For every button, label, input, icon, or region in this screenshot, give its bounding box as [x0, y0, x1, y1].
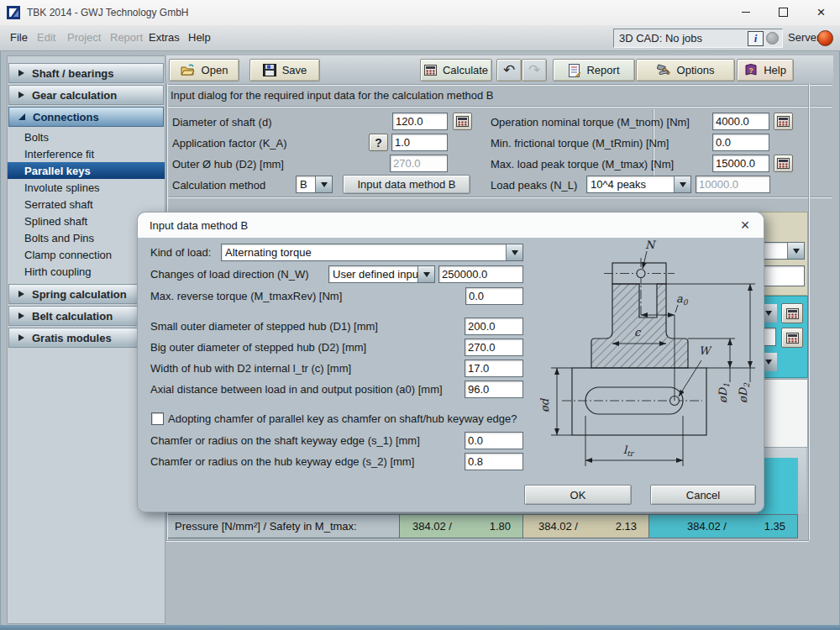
menu-extras[interactable]: Extras — [149, 31, 180, 44]
sidebar-item-serrated-shaft[interactable]: Serrated shaft — [8, 196, 165, 213]
sidebar-item-parallel-keys[interactable]: Parallel keys — [8, 162, 165, 179]
d2-input[interactable] — [465, 339, 523, 356]
background-calc-button[interactable] — [781, 303, 803, 323]
calculator-icon — [786, 308, 799, 319]
kind-of-load-select[interactable]: Alternating torque — [221, 244, 523, 261]
s2-input[interactable] — [465, 453, 523, 470]
nominal-torque-input[interactable] — [712, 113, 769, 130]
calculation-method-label: Calculation method — [172, 179, 265, 192]
frictional-torque-input[interactable] — [712, 134, 769, 151]
d1-input[interactable] — [465, 318, 523, 335]
redo-button[interactable]: ↷ — [522, 59, 547, 81]
background-calc-button[interactable] — [781, 328, 803, 348]
calculator-icon — [786, 333, 799, 344]
sidebar-header-shaft-bearings[interactable]: Shaft / bearings — [8, 63, 164, 83]
results-cell-green: 384.02 / 1.80 — [399, 514, 523, 538]
report-document-icon — [568, 64, 580, 77]
sidebar-item-involute-splines[interactable]: Involute splines — [8, 179, 165, 196]
save-button[interactable]: Save — [249, 59, 320, 81]
calculator-icon — [424, 65, 437, 76]
menu-report[interactable]: Report — [110, 31, 143, 44]
axial-distance-label: Axial distance between load in and outpu… — [150, 383, 443, 396]
menu-project[interactable]: Project — [67, 31, 101, 44]
drawing-label-phi-d1: øD1 — [717, 383, 731, 403]
parallel-key-technical-drawing: N a0 c W ød ltr øD1 øD2 — [537, 234, 759, 481]
collapsed-arrow-icon — [18, 291, 24, 297]
sidebar-item-interference-fit[interactable]: Interference fit — [8, 145, 165, 162]
menu-help[interactable]: Help — [188, 31, 211, 44]
frictional-torque-label: Min. frictional torque (M_tRmin) [Nm] — [491, 137, 669, 150]
d2-label: Big outer diameter of stepped hub (D2) [… — [150, 341, 366, 354]
hub-width-input[interactable] — [465, 360, 523, 377]
menu-bar: File Edit Project Report Extras Help 3D … — [0, 25, 840, 51]
hub-width-label: Width of hub with D2 internal l_tr (c) [… — [150, 362, 351, 375]
background-panel-beige — [759, 212, 808, 296]
application-factor-help-button[interactable]: ? — [369, 134, 388, 151]
chevron-down-icon[interactable] — [506, 244, 522, 260]
drawing-label-ltr: ltr — [623, 444, 635, 458]
peak-torque-input[interactable] — [712, 155, 769, 172]
chevron-down-icon[interactable] — [674, 176, 690, 192]
sidebar-header-connections[interactable]: Connections — [8, 107, 164, 127]
open-folder-icon — [181, 64, 196, 76]
drawing-label-phi-d2: øD2 — [737, 382, 751, 403]
cancel-button[interactable]: Cancel — [650, 485, 756, 505]
nominal-torque-calc-button[interactable] — [774, 113, 793, 130]
collapsed-arrow-icon — [18, 92, 24, 98]
dialog-close-button[interactable]: × — [735, 215, 755, 235]
load-input-hole — [637, 270, 645, 278]
axial-distance-input[interactable] — [465, 381, 523, 398]
chamfer-checkbox[interactable] — [151, 412, 164, 425]
svg-text:?: ? — [748, 66, 753, 75]
peak-torque-calc-button[interactable] — [774, 155, 793, 172]
calculate-button[interactable]: Calculate — [420, 59, 492, 81]
close-button[interactable]: × — [802, 0, 840, 24]
input-data-method-b-button[interactable]: Input data method B — [343, 175, 470, 194]
chevron-down-icon[interactable] — [315, 176, 332, 192]
load-direction-input[interactable] — [438, 265, 523, 283]
undo-button[interactable]: ↶ — [496, 59, 522, 81]
sidebar-header-gear-calculation[interactable]: Gear calculation — [8, 85, 164, 105]
calculation-method-select[interactable]: B — [296, 176, 333, 193]
diameter-calc-button[interactable] — [453, 113, 472, 130]
background-select[interactable] — [762, 242, 805, 260]
chevron-down-icon[interactable] — [417, 266, 434, 282]
calculator-icon — [777, 116, 790, 127]
d1-label: Small outer diameter of stepped hub (D1)… — [150, 320, 378, 333]
sidebar-item-bolts[interactable]: Bolts — [8, 129, 165, 145]
ok-button[interactable]: OK — [524, 485, 632, 505]
results-cell-teal: 384.02 / 1.35 — [648, 514, 798, 538]
diameter-of-shaft-input[interactable] — [392, 113, 448, 130]
reverse-torque-input[interactable] — [465, 287, 523, 305]
collapsed-arrow-icon — [18, 334, 24, 341]
options-button[interactable]: Options — [636, 59, 735, 81]
divider — [166, 540, 809, 542]
drawing-label-n: N — [645, 239, 657, 251]
menu-file[interactable]: File — [10, 31, 28, 44]
application-factor-input[interactable] — [391, 134, 448, 151]
menu-edit[interactable]: Edit — [37, 31, 55, 44]
tools-icon — [657, 64, 671, 77]
open-button[interactable]: Open — [169, 59, 239, 81]
help-button[interactable]: ? Help — [737, 59, 794, 81]
peak-torque-label: Max. load peak torque (M_tmax) [Nm] — [491, 158, 674, 171]
s2-label: Chamfer or radius on the hub keyway edge… — [150, 455, 414, 468]
background-panel-gray — [758, 448, 806, 514]
save-floppy-icon — [263, 64, 276, 76]
load-direction-label: Changes of load direction (N_W) — [150, 268, 309, 281]
minimize-button[interactable] — [727, 0, 764, 24]
maximize-button[interactable] — [764, 0, 802, 24]
chevron-down-icon[interactable] — [787, 243, 804, 259]
collapsed-arrow-icon — [18, 312, 24, 319]
load-peaks-select[interactable]: 10^4 peaks — [586, 176, 691, 193]
report-button[interactable]: Report — [553, 59, 635, 81]
drawing-label-phi-d: ød — [538, 397, 551, 412]
redo-icon: ↷ — [528, 61, 540, 79]
app-logo-icon — [7, 6, 20, 19]
cad-status-indicator — [766, 32, 779, 45]
cad-info-button[interactable]: i — [748, 31, 764, 46]
s1-input[interactable] — [465, 432, 523, 449]
drawing-label-w: W — [699, 344, 712, 357]
load-direction-select[interactable]: User defined input — [328, 265, 435, 283]
divider — [166, 106, 832, 108]
